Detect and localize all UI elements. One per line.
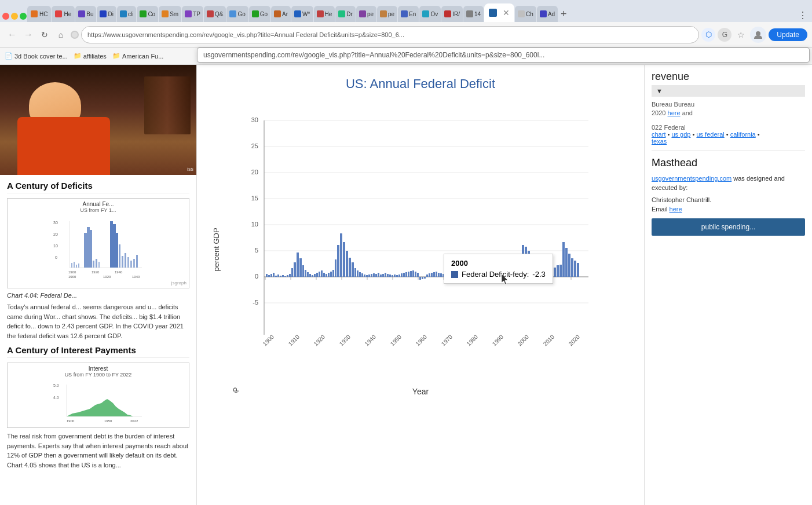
- tab-favicon: [100, 10, 107, 17]
- forward-button[interactable]: →: [21, 27, 36, 42]
- tab-favicon: [338, 10, 345, 17]
- svg-rect-173: [519, 261, 521, 277]
- tab-dr[interactable]: Dr: [335, 6, 356, 22]
- tab-pe[interactable]: pe: [356, 6, 376, 22]
- svg-rect-23: [98, 262, 100, 268]
- svg-rect-170: [510, 268, 513, 277]
- svg-rect-184: [551, 269, 553, 277]
- tab-14[interactable]: 14: [463, 6, 484, 22]
- x-axis-label: Year: [224, 387, 617, 396]
- svg-rect-24: [122, 256, 123, 268]
- svg-text:1940: 1940: [364, 334, 378, 347]
- svg-rect-181: [542, 265, 544, 277]
- public-spending-button[interactable]: public spending...: [652, 218, 805, 236]
- browser-menu-button[interactable]: ⋮: [796, 10, 810, 21]
- svg-rect-143: [436, 272, 437, 277]
- right-here-link[interactable]: here: [668, 109, 681, 116]
- tab-en[interactable]: En: [398, 6, 419, 22]
- mini-chart-title: Annual Fe...: [10, 201, 186, 207]
- tab-favicon: [422, 10, 429, 17]
- tab-favicon: [444, 10, 451, 17]
- svg-rect-124: [392, 275, 393, 277]
- tab-he[interactable]: He: [52, 6, 75, 22]
- tab-bu[interactable]: Bu: [75, 6, 96, 22]
- svg-rect-120: [382, 274, 384, 277]
- svg-rect-90: [309, 274, 311, 277]
- back-button[interactable]: ←: [5, 27, 20, 42]
- reload-button[interactable]: ↻: [37, 27, 52, 42]
- tab-tp[interactable]: TP: [182, 6, 203, 22]
- svg-rect-142: [433, 272, 435, 277]
- bookmark-3d[interactable]: 📄 3d Book cover te...: [5, 52, 68, 60]
- svg-text:1940: 1940: [132, 275, 140, 279]
- right-us-gdp-link[interactable]: us gdp: [671, 131, 690, 138]
- maximize-button[interactable]: [20, 13, 27, 20]
- svg-rect-126: [396, 275, 398, 277]
- bookmark-american[interactable]: 📁 American Fu...: [112, 52, 164, 60]
- interest-chart-title: Interest: [10, 365, 186, 372]
- mouse-cursor: [502, 274, 510, 286]
- avatar-icon[interactable]: [750, 27, 766, 43]
- home-button[interactable]: ⌂: [53, 27, 68, 42]
- svg-text:20: 20: [53, 232, 58, 236]
- svg-rect-152: [458, 262, 460, 277]
- svg-rect-145: [440, 273, 442, 277]
- update-button[interactable]: Update: [769, 28, 807, 41]
- tab-sm[interactable]: Sm: [159, 6, 181, 22]
- tab-hc[interactable]: HC: [27, 6, 51, 22]
- right-texas-link[interactable]: texas: [652, 138, 667, 145]
- masthead-author: Christopher Chantrill.: [652, 196, 805, 203]
- profile-icon[interactable]: G: [718, 28, 731, 42]
- tab-co[interactable]: Co: [137, 6, 158, 22]
- svg-text:1990: 1990: [491, 334, 505, 347]
- svg-rect-163: [490, 274, 492, 277]
- svg-rect-89: [307, 272, 309, 277]
- right-california-link[interactable]: california: [730, 131, 756, 138]
- tab-pe2[interactable]: pe: [377, 6, 397, 22]
- tab-wo[interactable]: W°: [291, 6, 313, 22]
- svg-rect-165: [496, 277, 498, 279]
- svg-rect-110: [359, 272, 361, 277]
- url-dropdown: usgovernmentspending.com/rev/google_vis.…: [197, 47, 810, 63]
- tab-go[interactable]: Go: [226, 6, 248, 22]
- address-bar[interactable]: https://www.usgovernmentspending.com/rev…: [81, 26, 699, 43]
- tab-di[interactable]: Di: [97, 6, 116, 22]
- masthead-here-link[interactable]: here: [670, 206, 682, 213]
- tab-cli[interactable]: cli: [117, 6, 136, 22]
- tab-active[interactable]: ​ ✕: [484, 3, 514, 22]
- svg-rect-106: [349, 258, 351, 277]
- tab-favicon: [140, 10, 147, 17]
- svg-rect-87: [302, 265, 304, 277]
- minimize-button[interactable]: [11, 13, 18, 20]
- tab-he2[interactable]: He: [314, 6, 335, 22]
- svg-text:2010: 2010: [542, 334, 556, 347]
- tab-ad[interactable]: Ad: [537, 6, 558, 22]
- mini-chart-svg: 30 20 10 0 1900 1920 1940: [52, 215, 145, 279]
- svg-rect-150: [452, 258, 455, 277]
- tab-label: pe: [388, 11, 394, 17]
- right-dropdown[interactable]: ▼: [652, 85, 805, 97]
- svg-rect-83: [291, 268, 293, 277]
- tab-ar[interactable]: Ar: [271, 6, 291, 22]
- tab-close-active[interactable]: ✕: [503, 8, 510, 17]
- tab-ov[interactable]: Ov: [419, 6, 441, 22]
- bookmark-affiliates[interactable]: 📁 affiliates: [74, 52, 107, 60]
- tab-q8[interactable]: Q&: [204, 6, 226, 22]
- tab-go2[interactable]: Go: [249, 6, 270, 22]
- tab-ir[interactable]: IR/: [441, 6, 463, 22]
- close-button[interactable]: [2, 13, 9, 20]
- bookmark-star-icon[interactable]: ☆: [734, 28, 748, 42]
- extensions-icon[interactable]: ⬡: [701, 28, 715, 42]
- bookmark-folder-icon: 📁: [74, 52, 82, 60]
- right-sidebar: revenue ▼ Bureau Bureau 2020 here and 02…: [644, 65, 812, 505]
- tab-ch[interactable]: Ch: [515, 6, 536, 22]
- new-tab-button[interactable]: +: [558, 6, 569, 22]
- svg-rect-14: [113, 224, 116, 268]
- tab-favicon: [518, 10, 525, 17]
- masthead-site-url[interactable]: usgovernmentspending.com: [652, 175, 731, 182]
- right-us-federal-link[interactable]: us federal: [696, 131, 724, 138]
- tab-favicon: [207, 10, 214, 17]
- svg-rect-111: [361, 273, 363, 277]
- svg-rect-109: [357, 270, 359, 277]
- right-chart-link[interactable]: chart: [652, 131, 665, 138]
